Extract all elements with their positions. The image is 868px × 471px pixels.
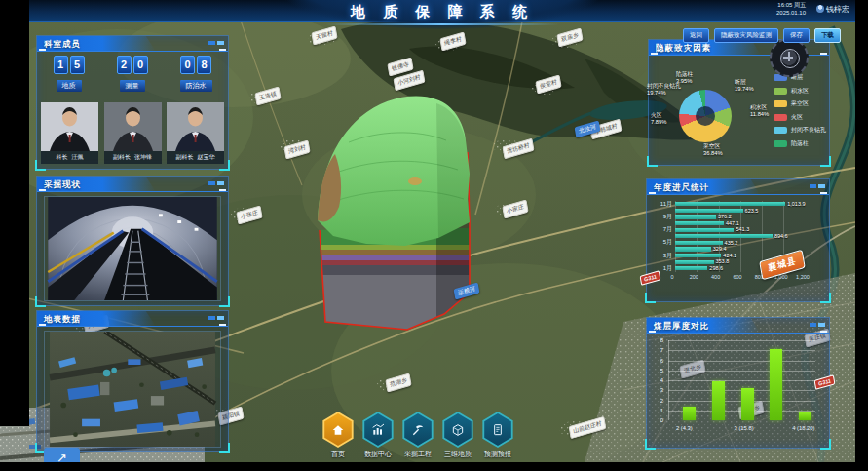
stat-digits: 08	[180, 56, 212, 74]
thickness-bar[interactable]	[712, 381, 725, 420]
footage-bar-value: 298.6	[709, 265, 723, 271]
nav-label: 三维地质	[441, 450, 474, 459]
header-glow	[325, 23, 559, 25]
legend-item[interactable]: 陷落柱	[774, 139, 826, 148]
nav-hexagon	[441, 412, 474, 448]
member-name: 赵宝华	[198, 153, 215, 162]
aerial-site-image[interactable]	[44, 331, 221, 448]
seam-x-label: 3 (15.8)	[735, 425, 754, 431]
thickness-bar[interactable]	[741, 388, 754, 420]
footage-bar-value: 541.3	[736, 226, 749, 232]
footage-bar-value: 353.8	[716, 258, 730, 264]
member-stat: 15地质	[54, 56, 85, 92]
panel-header-dots	[208, 181, 224, 185]
member-photo	[41, 102, 98, 151]
stat-digits: 20	[117, 56, 148, 74]
y-tick-label: 6	[655, 358, 663, 364]
tunnel-image[interactable]	[44, 196, 221, 301]
footage-bar[interactable]	[675, 247, 711, 251]
nav-item-mining[interactable]: 采掘工程	[401, 412, 434, 459]
donut-callout: 断层19.74%	[735, 79, 754, 93]
footage-bar-track: 435.2	[675, 240, 806, 247]
footage-row: 894.6	[653, 233, 823, 240]
home-icon	[323, 413, 353, 446]
panel-header-dots	[208, 41, 224, 45]
user-icon	[816, 5, 824, 13]
thickness-x-labels: 2 (4.3)3 (15.8)4 (18.20)	[668, 425, 814, 435]
thickness-plot	[668, 340, 815, 420]
user-name: 钱梓宏	[826, 4, 849, 15]
footage-bar[interactable]	[675, 202, 785, 206]
member-person[interactable]: 副科长张坤锋	[104, 102, 162, 164]
legend-item[interactable]: 封闭不良钻孔	[774, 126, 826, 135]
callout-label: 火区	[651, 112, 666, 119]
footage-bar[interactable]	[675, 221, 724, 225]
panel-members-header: 科室成员	[37, 36, 228, 52]
nav-hexagon	[321, 412, 355, 448]
member-photo	[104, 102, 162, 151]
back-button[interactable]: 返回	[683, 28, 709, 43]
x-tick-label: 600	[733, 274, 741, 280]
terrain-surface	[318, 97, 470, 246]
nav-item-data[interactable]: 数据中心	[361, 412, 395, 459]
download-button[interactable]: 下载	[814, 28, 841, 43]
satellite-map[interactable]: 天留村绳李村双庙乡铁佛寺小河刘村王洛镇侯堂村小韩城村营坊桥村湾刘村小张庄八里坡小…	[0, 0, 855, 462]
legend-label: 采空区	[791, 99, 809, 108]
footage-bar[interactable]	[675, 215, 716, 218]
nav-hexagon	[361, 412, 395, 448]
footage-row: 9月376.2	[653, 214, 823, 220]
legend-label: 封闭不良钻孔	[791, 126, 826, 135]
legend-item[interactable]: 火区	[774, 113, 826, 122]
legend-item[interactable]: 采空区	[774, 99, 826, 108]
save-button[interactable]: 保存	[783, 28, 810, 43]
callout-value: 19.74%	[647, 90, 681, 97]
callout-value: 11.84%	[750, 111, 769, 118]
footage-bar[interactable]	[675, 254, 721, 257]
seam-x-label: 2 (4.3)	[676, 425, 693, 431]
user-badge[interactable]: 钱梓宏	[816, 4, 849, 15]
footage-bar[interactable]	[675, 266, 707, 270]
nav-item-cube[interactable]: 三维地质	[441, 412, 474, 459]
member-person[interactable]: 科长汪佩	[41, 102, 98, 164]
footage-bar-value: 447.1	[726, 220, 739, 226]
footage-row: 623.5	[653, 208, 823, 215]
risk-monitor-button[interactable]: 隐蔽致灾风险监测	[714, 28, 778, 43]
nav-item-home[interactable]: 首页	[321, 412, 355, 459]
legend-item[interactable]: 积水区	[774, 87, 826, 96]
legend-swatch	[774, 114, 787, 121]
digit-box: 8	[197, 56, 211, 74]
x-tick-label: 1,200	[796, 274, 810, 280]
digit-box: 0	[180, 56, 195, 74]
nav-hexagon	[481, 412, 514, 448]
compass-widget[interactable]	[770, 38, 809, 77]
geology-dashboard: 天留村绳李村双庙乡铁佛寺小河刘村王洛镇侯堂村小韩城村营坊桥村湾刘村小张庄八里坡小…	[0, 0, 868, 471]
y-tick-label: 0	[655, 417, 663, 423]
footage-bar[interactable]	[675, 234, 773, 238]
y-tick-label: 4	[655, 377, 663, 383]
footage-row: 447.1	[653, 220, 823, 227]
thickness-bar[interactable]	[770, 349, 782, 420]
nav-item-report[interactable]: 预测预报	[481, 412, 514, 459]
digit-box: 5	[70, 56, 85, 74]
footage-bar[interactable]	[675, 260, 714, 264]
expand-button[interactable]: ↗	[44, 448, 80, 462]
thickness-bar[interactable]	[683, 407, 696, 420]
thickness-bar-chart[interactable]: 876543210 2 (4.3)3 (15.8)4 (18.20)	[655, 337, 822, 441]
panel-surface-header: 地表数据	[37, 311, 228, 327]
member-person[interactable]: 副科长赵宝华	[167, 102, 224, 164]
donut-callout: 封闭不良钻孔19.74%	[647, 83, 681, 97]
footage-bar[interactable]	[675, 241, 723, 245]
expand-arrow-icon: ↗	[57, 451, 67, 462]
thickness-bar[interactable]	[799, 412, 811, 420]
clock-date: 2025.01.10	[776, 9, 806, 17]
footage-bar[interactable]	[675, 209, 743, 213]
footage-bar-value: 435.2	[725, 240, 738, 246]
members-stats: 15地质20测量08防治水	[37, 56, 228, 92]
x-tick-label: 400	[711, 274, 720, 280]
footage-month-label: 11月	[653, 200, 675, 209]
header-clock: 16:05 周五 2025.01.10 钱梓宏	[776, 1, 849, 17]
footage-bar[interactable]	[675, 228, 734, 232]
donut-hole	[696, 106, 715, 126]
stat-label: 地质	[57, 80, 82, 92]
y-tick-label: 7	[655, 347, 663, 353]
